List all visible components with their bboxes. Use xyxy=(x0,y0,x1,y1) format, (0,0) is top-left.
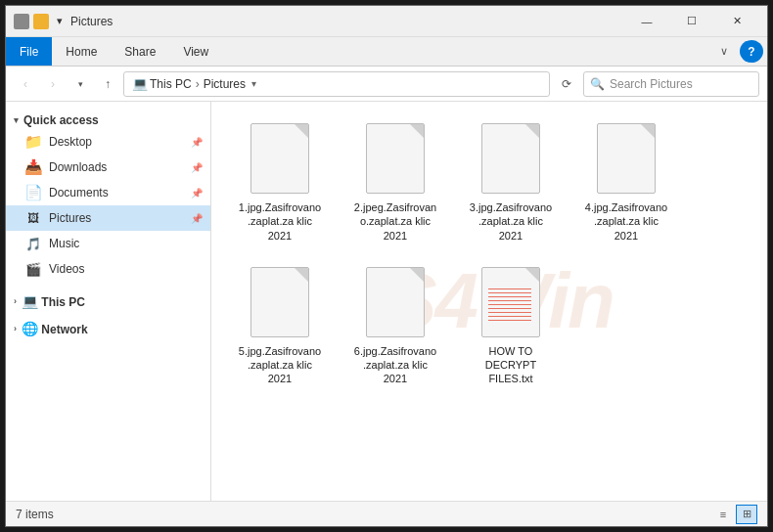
file-item-6[interactable]: 6.jpg.Zasifrovano.zaplat.za klic2021 xyxy=(342,257,448,391)
pictures-icon: 🖼 xyxy=(25,210,41,226)
file-label-1: 1.jpg.Zasifrovano.zaplat.za klic2021 xyxy=(239,200,321,243)
view-tiles-button[interactable]: ⊞ xyxy=(736,505,757,524)
title-bar-controls: — ☐ ✕ xyxy=(624,6,759,37)
sidebar-item-documents[interactable]: 📄 Documents 📌 xyxy=(6,180,210,205)
file-label-7: HOW TODECRYPTFILES.txt xyxy=(485,344,536,386)
file-icon-1 xyxy=(247,120,313,197)
file-icon-5 xyxy=(247,264,313,340)
file-item-5[interactable]: 5.jpg.Zasifrovano.zaplat.za klic2021 xyxy=(227,257,333,391)
docs-icon: 📄 xyxy=(25,185,41,200)
file-item-7[interactable]: HOW TODECRYPTFILES.txt xyxy=(458,257,564,391)
sidebar-label-downloads: Downloads xyxy=(49,160,107,174)
tab-share[interactable]: Share xyxy=(111,37,169,66)
sidebar-item-downloads[interactable]: 📥 Downloads 📌 xyxy=(6,155,210,180)
help-button[interactable]: ? xyxy=(740,40,763,63)
ribbon-chevron[interactable]: ∨ xyxy=(712,37,736,66)
file-label-4: 4.jpg.Zasifrovano.zaplat.za klic2021 xyxy=(585,200,667,243)
sidebar-label-music: Music xyxy=(49,237,79,250)
up-button[interactable]: ↑ xyxy=(96,72,119,96)
tb-icon-2 xyxy=(33,14,49,29)
file-item-3[interactable]: 3.jpg.Zasifrovano.zaplat.za klic2021 xyxy=(458,113,564,247)
tab-home[interactable]: Home xyxy=(52,37,111,66)
forward-button[interactable]: › xyxy=(41,72,65,96)
file-icon-2 xyxy=(362,120,429,197)
file-item-4[interactable]: 4.jpg.Zasifrovano.zaplat.za klic2021 xyxy=(573,113,679,247)
search-icon: 🔍 xyxy=(590,77,605,91)
file-icon-3 xyxy=(477,120,544,197)
sidebar-section-quick-access[interactable]: ▾ Quick access xyxy=(6,108,210,129)
thispc-caret: › xyxy=(14,296,17,306)
download-icon: 📥 xyxy=(25,159,41,175)
pin-icon-downloads: 📌 xyxy=(191,162,203,173)
sidebar-section-network[interactable]: › 🌐 Network xyxy=(6,315,210,338)
sidebar-label-desktop: Desktop xyxy=(49,135,92,149)
file-item-2[interactable]: 2.jpeg.Zasifrovano.zaplat.za klic2021 xyxy=(342,113,448,247)
sidebar-item-videos[interactable]: 🎬 Videos xyxy=(6,256,210,282)
search-placeholder: Search Pictures xyxy=(610,77,752,91)
network-label: 🌐 Network xyxy=(22,321,88,336)
refresh-button[interactable]: ⟳ xyxy=(554,71,579,97)
sidebar-item-pictures[interactable]: 🖼 Pictures 📌 xyxy=(6,205,210,231)
sidebar-item-music[interactable]: 🎵 Music xyxy=(6,231,210,256)
folder-icon: 📁 xyxy=(25,134,41,150)
file-item-1[interactable]: 1.jpg.Zasifrovano.zaplat.za klic2021 xyxy=(227,113,333,247)
videos-icon: 🎬 xyxy=(25,261,41,277)
file-label-3: 3.jpg.Zasifrovano.zaplat.za klic2021 xyxy=(470,200,552,243)
title-bar-dropdown[interactable]: ▾ xyxy=(57,15,63,27)
maximize-button[interactable]: ☐ xyxy=(669,6,714,37)
status-item-count: 7 items xyxy=(16,508,54,521)
sidebar-section-thispc[interactable]: › 💻 This PC xyxy=(6,288,210,311)
sidebar-label-documents: Documents xyxy=(49,186,109,200)
file-label-5: 5.jpg.Zasifrovano.zaplat.za klic2021 xyxy=(239,344,321,386)
file-area: iS4Win 1.jpg.Zasifrovano.zaplat.za klic2… xyxy=(211,102,767,501)
pin-icon-desktop: 📌 xyxy=(191,137,203,148)
file-icon-4 xyxy=(593,120,659,197)
network-caret: › xyxy=(14,324,17,333)
sidebar-label-videos: Videos xyxy=(49,262,84,276)
file-icon-7 xyxy=(477,264,544,340)
path-part-thispc: 💻 This PC › Pictures ▾ xyxy=(132,76,256,91)
sidebar-label-pictures: Pictures xyxy=(49,211,91,225)
thispc-label: 💻 This PC xyxy=(22,293,85,309)
title-bar: ▾ Pictures — ☐ ✕ xyxy=(6,6,767,37)
status-bar: 7 items ≡ ⊞ xyxy=(6,501,767,526)
view-controls: ≡ ⊞ xyxy=(712,505,757,524)
title-bar-icon-group xyxy=(14,14,49,29)
file-label-6: 6.jpg.Zasifrovano.zaplat.za klic2021 xyxy=(354,344,436,386)
recent-locations-button[interactable]: ▾ xyxy=(68,72,92,96)
quick-access-label: Quick access xyxy=(23,113,99,127)
close-button[interactable]: ✕ xyxy=(714,6,759,37)
pin-icon-documents: 📌 xyxy=(191,188,203,199)
tab-file[interactable]: File xyxy=(6,37,52,66)
address-bar: ‹ › ▾ ↑ 💻 This PC › Pictures ▾ ⟳ 🔍 Searc… xyxy=(6,66,767,102)
tab-view[interactable]: View xyxy=(169,37,222,66)
music-icon: 🎵 xyxy=(25,236,41,251)
address-path[interactable]: 💻 This PC › Pictures ▾ xyxy=(123,71,550,97)
tb-icon-1 xyxy=(14,14,29,29)
view-details-button[interactable]: ≡ xyxy=(712,505,734,524)
quick-access-caret: ▾ xyxy=(14,115,19,125)
sidebar-item-desktop[interactable]: 📁 Desktop 📌 xyxy=(6,129,210,155)
pin-icon-pictures: 📌 xyxy=(191,213,203,224)
ribbon-tabs: File Home Share View ∨ ? xyxy=(6,37,767,66)
main-area: ▾ Quick access 📁 Desktop 📌 📥 Downloads 📌… xyxy=(6,102,767,501)
sidebar: ▾ Quick access 📁 Desktop 📌 📥 Downloads 📌… xyxy=(6,102,211,501)
explorer-window: ▾ Pictures — ☐ ✕ File Home Share View ∨ … xyxy=(5,5,768,527)
back-button[interactable]: ‹ xyxy=(14,72,37,96)
window-title: Pictures xyxy=(70,15,624,28)
minimize-button[interactable]: — xyxy=(624,6,669,37)
search-box[interactable]: 🔍 Search Pictures xyxy=(583,71,759,97)
file-label-2: 2.jpeg.Zasifrovano.zaplat.za klic2021 xyxy=(354,200,436,243)
file-icon-6 xyxy=(362,264,429,340)
